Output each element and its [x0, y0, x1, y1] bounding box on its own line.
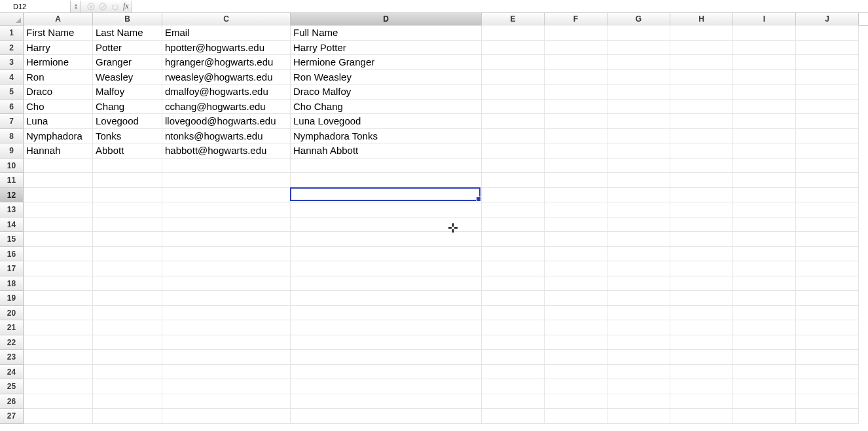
- cell-G8[interactable]: [607, 129, 670, 144]
- cell-J27[interactable]: [796, 409, 859, 424]
- cell-D9[interactable]: Hannah Abbott: [291, 143, 482, 159]
- cell-F25[interactable]: [545, 379, 607, 394]
- cell-J14[interactable]: [796, 217, 859, 233]
- cell-E24[interactable]: [482, 365, 545, 380]
- cell-B3[interactable]: Granger: [93, 55, 162, 70]
- cell-H17[interactable]: [670, 261, 733, 276]
- cell-G19[interactable]: [607, 291, 670, 306]
- cell-E18[interactable]: [482, 276, 545, 291]
- cell-I5[interactable]: [733, 84, 796, 100]
- cell-A12[interactable]: [24, 188, 93, 203]
- cell-G25[interactable]: [607, 379, 670, 394]
- cell-E2[interactable]: [482, 41, 545, 56]
- col-header-J[interactable]: J: [796, 13, 859, 26]
- cell-J5[interactable]: [796, 84, 859, 100]
- cell-I11[interactable]: [733, 173, 796, 188]
- cell-C10[interactable]: [162, 159, 291, 174]
- cell-J4[interactable]: [796, 70, 859, 85]
- cell-E1[interactable]: [482, 26, 545, 41]
- cell-E17[interactable]: [482, 261, 545, 276]
- cell-H3[interactable]: [670, 55, 733, 70]
- cell-E12[interactable]: [482, 188, 545, 203]
- cell-C17[interactable]: [162, 261, 291, 276]
- formula-input[interactable]: [132, 1, 868, 12]
- cell-G10[interactable]: [607, 159, 670, 174]
- cell-I1[interactable]: [733, 26, 796, 41]
- name-box[interactable]: D12: [0, 1, 71, 12]
- cell-H24[interactable]: [670, 365, 733, 380]
- cell-D24[interactable]: [291, 365, 482, 380]
- cell-D11[interactable]: [291, 173, 482, 188]
- col-header-E[interactable]: E: [482, 13, 545, 26]
- row-header-16[interactable]: 16: [0, 247, 24, 262]
- cell-A7[interactable]: Luna: [24, 114, 93, 129]
- row-header-4[interactable]: 4: [0, 70, 24, 85]
- cell-E16[interactable]: [482, 247, 545, 262]
- cell-C23[interactable]: [162, 350, 291, 365]
- cell-I18[interactable]: [733, 276, 796, 291]
- cell-G17[interactable]: [607, 261, 670, 276]
- cell-F24[interactable]: [545, 365, 607, 380]
- cell-A24[interactable]: [24, 365, 93, 380]
- cell-I22[interactable]: [733, 335, 796, 350]
- cell-C8[interactable]: ntonks@hogwarts.edu: [162, 129, 291, 144]
- select-all-corner[interactable]: [0, 13, 24, 26]
- cell-C27[interactable]: [162, 409, 291, 424]
- cell-D23[interactable]: [291, 350, 482, 365]
- cell-B15[interactable]: [93, 232, 162, 247]
- row-header-3[interactable]: 3: [0, 55, 24, 70]
- cell-G24[interactable]: [607, 365, 670, 380]
- cell-I4[interactable]: [733, 70, 796, 85]
- cell-J3[interactable]: [796, 55, 859, 70]
- cell-F18[interactable]: [545, 276, 607, 291]
- cell-H27[interactable]: [670, 409, 733, 424]
- cell-A19[interactable]: [24, 291, 93, 306]
- cell-B27[interactable]: [93, 409, 162, 424]
- cell-D2[interactable]: Harry Potter: [291, 41, 482, 56]
- cell-C9[interactable]: habbott@hogwarts.edu: [162, 143, 291, 159]
- cell-E10[interactable]: [482, 159, 545, 174]
- cell-D10[interactable]: [291, 159, 482, 174]
- cell-I14[interactable]: [733, 217, 796, 233]
- row-header-12[interactable]: 12: [0, 188, 24, 203]
- row-header-8[interactable]: 8: [0, 129, 24, 144]
- row-header-13[interactable]: 13: [0, 202, 24, 217]
- cell-C3[interactable]: hgranger@hogwarts.edu: [162, 55, 291, 70]
- row-header-23[interactable]: 23: [0, 350, 24, 365]
- cell-B8[interactable]: Tonks: [93, 129, 162, 144]
- cell-F10[interactable]: [545, 159, 607, 174]
- cell-E19[interactable]: [482, 291, 545, 306]
- cell-E14[interactable]: [482, 217, 545, 233]
- cell-I26[interactable]: [733, 394, 796, 409]
- cell-F7[interactable]: [545, 114, 607, 129]
- cell-B21[interactable]: [93, 320, 162, 335]
- cell-J17[interactable]: [796, 261, 859, 276]
- cell-D3[interactable]: Hermione Granger: [291, 55, 482, 70]
- cell-C25[interactable]: [162, 379, 291, 394]
- cell-I27[interactable]: [733, 409, 796, 424]
- cell-E6[interactable]: [482, 100, 545, 115]
- cell-I17[interactable]: [733, 261, 796, 276]
- cell-B12[interactable]: [93, 188, 162, 203]
- cell-A23[interactable]: [24, 350, 93, 365]
- row-header-20[interactable]: 20: [0, 306, 24, 321]
- cell-I15[interactable]: [733, 232, 796, 247]
- cell-I6[interactable]: [733, 100, 796, 115]
- cell-J26[interactable]: [796, 394, 859, 409]
- col-header-H[interactable]: H: [670, 13, 733, 26]
- cell-G16[interactable]: [607, 247, 670, 262]
- cell-J18[interactable]: [796, 276, 859, 291]
- cell-I7[interactable]: [733, 114, 796, 129]
- cell-C14[interactable]: [162, 217, 291, 233]
- cell-G11[interactable]: [607, 173, 670, 188]
- row-header-1[interactable]: 1: [0, 26, 24, 41]
- col-header-F[interactable]: F: [545, 13, 607, 26]
- cell-A21[interactable]: [24, 320, 93, 335]
- cell-F21[interactable]: [545, 320, 607, 335]
- col-header-G[interactable]: G: [607, 13, 670, 26]
- cell-G2[interactable]: [607, 41, 670, 56]
- cell-A10[interactable]: [24, 159, 93, 174]
- cell-H15[interactable]: [670, 232, 733, 247]
- cell-F19[interactable]: [545, 291, 607, 306]
- cell-D16[interactable]: [291, 247, 482, 262]
